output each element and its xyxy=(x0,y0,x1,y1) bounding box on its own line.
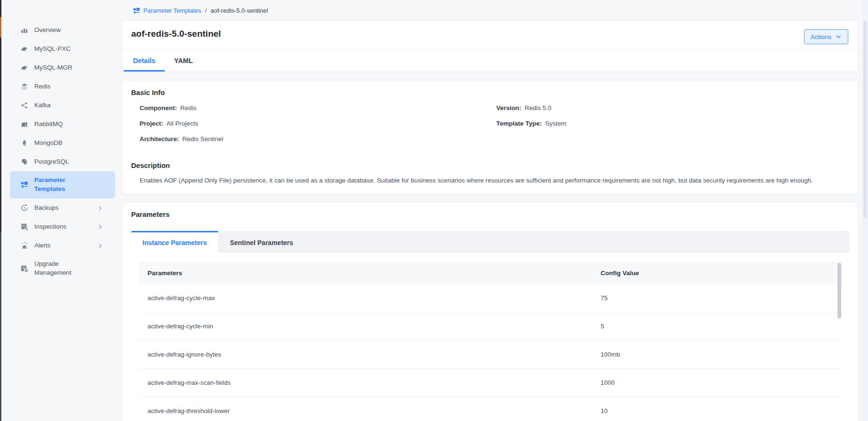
backup-icon xyxy=(21,204,28,212)
table-header-row: Parameters Config Value xyxy=(139,262,842,284)
upgrade-icon xyxy=(21,265,28,272)
sidebar-item-label: MongoDB xyxy=(34,139,63,148)
breadcrumb: Parameter Templates / aof-redis-5.0-sent… xyxy=(133,5,268,16)
actions-button[interactable]: Actions xyxy=(804,29,848,44)
sidebar-item-label: Backups xyxy=(34,204,59,213)
basic-info-card: Basic Info Component:RedisProject:All Pr… xyxy=(122,80,858,194)
title-row: aof-redis-5.0-sentinel Actions xyxy=(123,21,858,50)
cell-parameter: active-defrag-max-scan-fields xyxy=(139,379,601,386)
info-field-component: Component:Redis xyxy=(140,103,496,113)
sidebar-item-postgresql[interactable]: PostgreSQL xyxy=(1,152,123,171)
info-field-version: Version:Redis 5.0 xyxy=(496,103,566,113)
tab-details[interactable]: Details xyxy=(124,50,165,71)
sidebar-item-label: Kafka xyxy=(34,101,51,110)
page-title: aof-redis-5.0-sentinel xyxy=(131,28,849,40)
table-row: active-defrag-threshold-lower10 xyxy=(139,397,842,421)
sidebar-item-label: Upgrade Management xyxy=(34,260,90,278)
tab-sentinel-parameters[interactable]: Sentinel Parameters xyxy=(218,231,305,253)
sidebar-item-inspections[interactable]: Inspections xyxy=(1,217,123,236)
basic-info-left-column: Component:RedisProject:All ProjectsArchi… xyxy=(140,103,496,150)
table-row: active-defrag-ignore-bytes100mb xyxy=(139,341,842,369)
parameters-tabs: Instance ParametersSentinel Parameters xyxy=(131,231,849,253)
table-row: active-defrag-cycle-min5 xyxy=(139,312,842,341)
layers-icon xyxy=(21,83,28,90)
chevron-right-icon xyxy=(97,224,103,230)
sidebar-item-mongodb[interactable]: MongoDB xyxy=(1,134,123,152)
sidebar-item-label: Overview xyxy=(34,26,61,35)
chevron-down-icon xyxy=(835,33,842,40)
bar-chart-icon xyxy=(21,26,28,34)
sidebar-item-label: Inspections xyxy=(34,222,66,231)
breadcrumb-current: aof-redis-5.0-sentinel xyxy=(211,7,268,14)
cell-parameter: active-defrag-cycle-max xyxy=(139,294,601,302)
sidebar-item-overview[interactable]: Overview xyxy=(1,21,123,40)
sidebar-item-parameter-templates[interactable]: Parameter Templates xyxy=(10,171,115,199)
chevron-right-icon xyxy=(97,243,103,249)
sidebar-item-upgrade-management[interactable]: Upgrade Management xyxy=(1,255,123,282)
field-label: Template Type: xyxy=(496,120,542,127)
templates-icon xyxy=(21,181,28,189)
sidebar-item-mysql-mgr[interactable]: MySQL-MGR xyxy=(1,58,123,77)
cell-parameter: active-defrag-threshold-lower xyxy=(139,407,601,414)
cell-config-value: 1000 xyxy=(601,379,842,386)
sidebar-item-label: Parameter Templates xyxy=(34,176,90,194)
table-scrollbar-thumb[interactable] xyxy=(837,263,841,318)
dolphin-icon xyxy=(21,64,28,71)
parameters-table: Parameters Config Value active-defrag-cy… xyxy=(139,262,842,421)
inspection-icon xyxy=(21,223,28,230)
table-body: active-defrag-cycle-max75active-defrag-c… xyxy=(139,284,842,421)
sidebar-item-redis[interactable]: Redis xyxy=(1,77,123,96)
field-value: System xyxy=(545,120,566,127)
elephant-icon xyxy=(21,158,28,166)
column-header-parameters: Parameters xyxy=(139,270,601,277)
parameters-heading: Parameters xyxy=(131,209,849,219)
cell-config-value: 75 xyxy=(601,294,842,302)
field-label: Project: xyxy=(140,120,163,127)
basic-info-fields: Component:RedisProject:All ProjectsArchi… xyxy=(131,103,849,150)
description-heading: Description xyxy=(131,160,849,170)
dolphin-icon xyxy=(21,45,28,53)
table-row: active-defrag-max-scan-fields1000 xyxy=(139,369,842,397)
page-scrollbar-thumb[interactable] xyxy=(863,21,867,218)
header-tabs: DetailsYAML xyxy=(123,50,858,71)
chevron-right-icon xyxy=(97,205,103,211)
field-label: Architecture: xyxy=(140,135,179,143)
info-field-architecture: Architecture:Redis Sentinel xyxy=(140,135,496,144)
basic-info-right-column: Version:Redis 5.0Template Type:System xyxy=(496,103,566,150)
sidebar-item-label: RabbitMQ xyxy=(34,120,63,129)
factory-icon xyxy=(21,120,28,128)
info-field-template-type: Template Type:System xyxy=(496,119,566,128)
sidebar-item-backups[interactable]: Backups xyxy=(1,199,123,217)
info-field-project: Project:All Projects xyxy=(140,119,496,128)
header-card: aof-redis-5.0-sentinel Actions DetailsYA… xyxy=(122,20,858,72)
actions-button-label: Actions xyxy=(811,33,831,40)
network-icon xyxy=(21,102,28,109)
sidebar-item-alerts[interactable]: Alerts xyxy=(1,236,123,255)
field-value: All Projects xyxy=(166,120,198,127)
page-scrollbar[interactable] xyxy=(863,0,868,421)
breadcrumb-root-link[interactable]: Parameter Templates xyxy=(143,7,201,14)
cell-parameter: active-defrag-cycle-min xyxy=(139,323,601,330)
field-value: Redis 5.0 xyxy=(524,104,551,111)
sidebar-item-label: MySQL-MGR xyxy=(34,64,72,72)
sidebar-nav: OverviewMySQL-PXCMySQL-MGRRedisKafkaRabb… xyxy=(1,0,123,282)
cell-config-value: 5 xyxy=(601,323,842,330)
templates-icon xyxy=(133,7,140,14)
alarm-icon xyxy=(21,242,28,249)
sidebar: OverviewMySQL-PXCMySQL-MGRRedisKafkaRabb… xyxy=(1,0,123,421)
sidebar-item-mysql-pxc[interactable]: MySQL-PXC xyxy=(1,40,123,58)
field-label: Version: xyxy=(496,104,521,111)
field-value: Redis xyxy=(180,104,196,111)
sidebar-item-label: Redis xyxy=(34,82,51,91)
leaf-icon xyxy=(21,139,28,147)
parameters-card: Parameters Instance ParametersSentinel P… xyxy=(122,202,858,421)
sidebar-item-rabbitmq[interactable]: RabbitMQ xyxy=(1,115,123,134)
breadcrumb-separator: / xyxy=(205,7,207,14)
tab-yaml[interactable]: YAML xyxy=(165,50,203,71)
basic-info-heading: Basic Info xyxy=(131,87,849,97)
table-row: active-defrag-cycle-max75 xyxy=(139,284,842,312)
sidebar-item-kafka[interactable]: Kafka xyxy=(1,96,123,115)
sidebar-item-label: MySQL-PXC xyxy=(34,45,70,54)
tab-instance-parameters[interactable]: Instance Parameters xyxy=(131,231,218,253)
cell-parameter: active-defrag-ignore-bytes xyxy=(139,351,601,358)
